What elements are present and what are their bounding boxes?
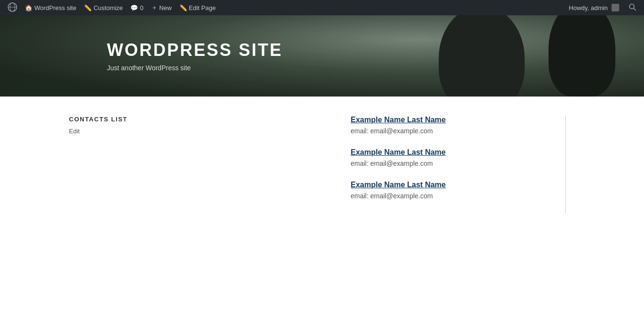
admin-avatar xyxy=(612,4,619,11)
contacts-list: Example Name Last Name email: email@exam… xyxy=(184,116,537,213)
main-content: CONTACTS LIST Edit Example Name Last Nam… xyxy=(60,97,585,232)
contact-email: email: email@example.com xyxy=(351,160,537,167)
search-icon xyxy=(629,3,636,12)
admin-bar-right: Howdy, admin xyxy=(563,0,640,15)
wp-logo-button[interactable] xyxy=(4,0,21,15)
customize-label: Customize xyxy=(94,4,123,11)
vertical-divider xyxy=(565,116,566,213)
site-tagline: Just another WordPress site xyxy=(107,64,644,72)
contact-name[interactable]: Example Name Last Name xyxy=(351,181,446,189)
site-name-icon: 🏠 xyxy=(25,4,32,11)
svg-line-4 xyxy=(634,8,636,11)
contact-name[interactable]: Example Name Last Name xyxy=(351,148,446,157)
site-name-label: WordPress site xyxy=(34,4,76,11)
wp-logo-icon xyxy=(8,2,17,13)
site-header: WORDPRESS SITE Just another WordPress si… xyxy=(0,15,644,97)
new-button[interactable]: ＋ New xyxy=(148,0,176,15)
customize-button[interactable]: ✏️ Customize xyxy=(80,0,127,15)
new-label: New xyxy=(159,4,172,11)
contact-entry: Example Name Last Name email: email@exam… xyxy=(351,148,537,167)
site-name-button[interactable]: 🏠 WordPress site xyxy=(21,0,80,15)
site-title: WORDPRESS SITE xyxy=(107,40,644,60)
howdy-text: Howdy, admin xyxy=(567,4,610,11)
svg-point-3 xyxy=(630,4,634,9)
admin-bar: 🏠 WordPress site ✏️ Customize 💬 0 ＋ New … xyxy=(0,0,644,15)
comments-button[interactable]: 💬 0 xyxy=(127,0,147,15)
edit-page-label: Edit Page xyxy=(189,4,216,11)
comments-icon: 💬 xyxy=(130,4,138,11)
edit-page-button[interactable]: ✏️ Edit Page xyxy=(176,0,220,15)
new-icon: ＋ xyxy=(151,3,158,12)
left-sidebar: CONTACTS LIST Edit xyxy=(69,116,165,213)
contacts-list-title: CONTACTS LIST xyxy=(69,116,165,123)
edit-page-icon: ✏️ xyxy=(179,4,187,11)
contact-email: email: email@example.com xyxy=(351,192,537,200)
edit-link[interactable]: Edit xyxy=(69,128,80,135)
howdy-button[interactable]: Howdy, admin xyxy=(563,0,623,15)
comments-count: 0 xyxy=(140,4,143,11)
customize-icon: ✏️ xyxy=(84,4,92,11)
contact-entry: Example Name Last Name email: email@exam… xyxy=(351,181,537,200)
contact-email: email: email@example.com xyxy=(351,127,537,135)
contact-name[interactable]: Example Name Last Name xyxy=(351,116,446,124)
search-button[interactable] xyxy=(625,0,640,15)
contact-entry: Example Name Last Name email: email@exam… xyxy=(351,116,537,135)
